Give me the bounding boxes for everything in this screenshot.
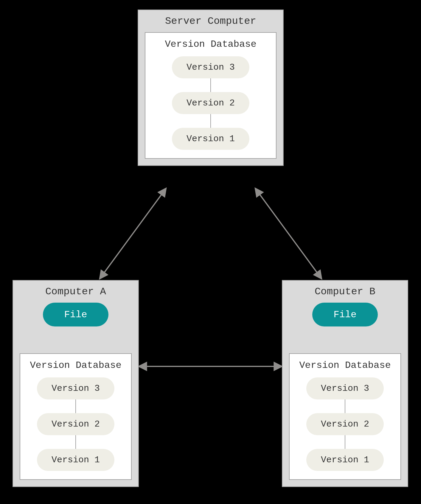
version-connector (345, 435, 345, 449)
client-b-db: Version Database Version 3 Version 2 Ver… (289, 353, 401, 480)
version-connector (210, 114, 211, 128)
file-pill: File (312, 303, 378, 326)
version-pill: Version 1 (172, 128, 249, 150)
client-a-box: Computer A File Version Database Version… (13, 280, 139, 487)
client-a-db-title: Version Database (20, 360, 131, 371)
version-pill: Version 3 (172, 56, 249, 78)
version-connector (75, 399, 76, 413)
version-pill: Version 1 (306, 449, 384, 471)
client-b-box: Computer B File Version Database Version… (282, 280, 408, 487)
server-box: Server Computer Version Database Version… (138, 10, 284, 166)
version-pill: Version 1 (37, 449, 114, 471)
version-pill: Version 2 (37, 413, 114, 435)
arrow-server-to-a (100, 189, 166, 278)
server-title: Server Computer (138, 15, 283, 27)
server-db: Version Database Version 3 Version 2 Ver… (145, 32, 276, 159)
version-connector (345, 399, 345, 413)
server-db-title: Version Database (145, 39, 276, 50)
version-pill: Version 3 (306, 377, 384, 399)
version-connector (75, 435, 76, 449)
client-b-db-title: Version Database (290, 360, 400, 371)
version-pill: Version 3 (37, 377, 114, 399)
version-pill: Version 2 (306, 413, 384, 435)
file-pill: File (43, 303, 108, 326)
version-connector (210, 78, 211, 92)
client-b-title: Computer B (282, 286, 408, 297)
arrow-server-to-b (256, 189, 321, 278)
client-a-db: Version Database Version 3 Version 2 Ver… (20, 353, 132, 480)
version-pill: Version 2 (172, 92, 249, 114)
client-a-title: Computer A (13, 286, 138, 297)
